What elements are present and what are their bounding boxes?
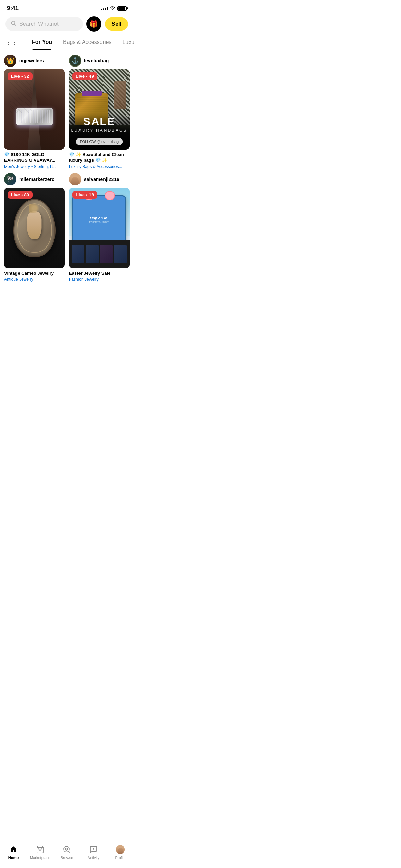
gift-button[interactable]: 🎁 [86, 16, 101, 32]
avatar-ogjewelers: 👑 [4, 55, 16, 67]
sale-overlay: SALE LUXURY HANDBAGS [69, 115, 130, 133]
stream-user-ogjewelers: 👑 ogjewelers [4, 55, 65, 67]
stream-info-ogjewelers: 💎 $180 14K GOLD EARRINGS GIVEAWAY... Men… [4, 152, 65, 169]
status-bar: 9:41 [0, 0, 134, 14]
signal-icon [101, 6, 108, 10]
search-placeholder: Search Whatnot [19, 21, 59, 27]
stream-card-milemarkerzero[interactable]: 🏁 milemarkerzero Live • [4, 173, 65, 282]
stream-user-salvamenji2316: salvamenji2316 [69, 173, 130, 185]
sell-button[interactable]: Sell [105, 17, 128, 31]
tab-luxury-bags[interactable]: Luxury Bags [117, 34, 134, 50]
svg-line-1 [15, 24, 16, 26]
avatar-salvamenji2316 [69, 173, 81, 185]
search-icon [11, 21, 16, 27]
stream-info-milemarkerzero: Vintage Cameo Jewelry Antique Jewelry [4, 270, 65, 282]
follow-tag: FOLLOW @leveluxbag [76, 138, 123, 145]
stream-info-leveluxbag: 💎 ✨ Beautiful and Clean luxury bags 💎 ✨ … [69, 152, 130, 169]
stream-title-ogjewelers: 💎 $180 14K GOLD EARRINGS GIVEAWAY... [4, 152, 65, 164]
category-tabs: ⋮⋮ For You Bags & Accessories Luxury Bag… [0, 34, 134, 50]
live-badge-leveluxbag: Live • 49 [72, 72, 97, 80]
wifi-icon [110, 5, 115, 11]
stream-thumb-ogjewelers: Live • 32 [4, 69, 65, 150]
tab-for-you[interactable]: For You [26, 34, 58, 50]
stream-title-leveluxbag: 💎 ✨ Beautiful and Clean luxury bags 💎 ✨ [69, 152, 130, 164]
grid-icon[interactable]: ⋮⋮ [5, 34, 22, 50]
battery-icon [117, 6, 127, 11]
stream-thumb-salvamenji2316: Hop on in! EVERYBUNNY Live • 18 [69, 188, 130, 268]
username-salvamenji2316: salvamenji2316 [84, 177, 119, 182]
stream-user-milemarkerzero: 🏁 milemarkerzero [4, 173, 65, 185]
stream-card-leveluxbag[interactable]: ⚓ leveluxbag SALE [69, 55, 130, 169]
status-time: 9:41 [7, 5, 19, 12]
live-badge-ogjewelers: Live • 32 [8, 72, 33, 80]
stream-user-leveluxbag: ⚓ leveluxbag [69, 55, 130, 67]
live-badge-salvamenji2316: Live • 18 [72, 191, 97, 199]
live-badge-milemarkerzero: Live • 80 [8, 191, 33, 199]
search-bar-area: Search Whatnot 🎁 Sell [0, 14, 134, 34]
stream-category-milemarkerzero: Antique Jewelry [4, 277, 65, 282]
stream-info-salvamenji2316: Easter Jewelry Sale Fashion Jewelry [69, 270, 130, 282]
gift-icon: 🎁 [89, 20, 98, 28]
stream-category-leveluxbag: Luxury Bags & Accessories... [69, 164, 130, 169]
stream-title-salvamenji2316: Easter Jewelry Sale [69, 270, 130, 276]
avatar-leveluxbag: ⚓ [69, 55, 81, 67]
stream-thumb-milemarkerzero: Live • 80 [4, 188, 65, 268]
stream-category-ogjewelers: Men's Jewelry • Sterling, P... [4, 164, 65, 169]
hop-sub-text: EVERYBUNNY [89, 221, 109, 224]
stream-title-milemarkerzero: Vintage Cameo Jewelry [4, 270, 65, 276]
username-ogjewelers: ogjewelers [19, 58, 44, 63]
username-milemarkerzero: milemarkerzero [19, 177, 55, 182]
username-leveluxbag: leveluxbag [84, 58, 109, 63]
search-bar[interactable]: Search Whatnot [5, 17, 83, 31]
status-icons [101, 5, 127, 11]
tab-bags-accessories[interactable]: Bags & Accessories [58, 34, 117, 50]
stream-card-salvamenji2316[interactable]: salvamenji2316 Hop on in! EVERYBUNNY [69, 173, 130, 282]
streams-grid: 👑 ogjewelers Live [0, 50, 134, 286]
stream-card-ogjewelers[interactable]: 👑 ogjewelers Live [4, 55, 65, 169]
stream-category-salvamenji2316: Fashion Jewelry [69, 277, 130, 282]
stream-thumb-leveluxbag: SALE LUXURY HANDBAGS FOLLOW @leveluxbag … [69, 69, 130, 150]
avatar-milemarkerzero: 🏁 [4, 173, 16, 185]
